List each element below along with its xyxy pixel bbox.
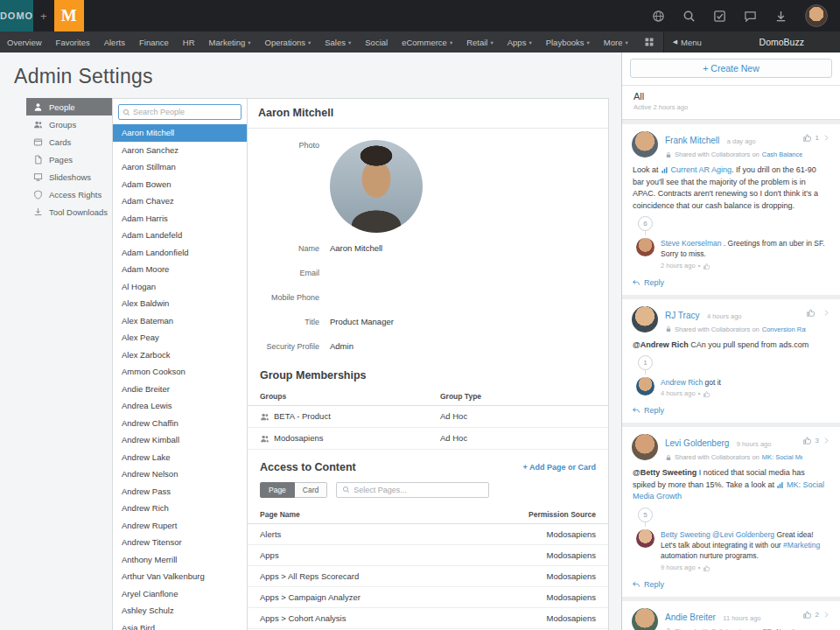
avatar[interactable] (632, 608, 658, 630)
nav-item[interactable]: Sales ▾ (318, 32, 358, 52)
page-name[interactable]: Apps > Cohort Analysis (248, 607, 455, 628)
shared-card-link[interactable]: MK: Social Media Growth (762, 453, 802, 461)
reply-button[interactable]: Reply (632, 278, 830, 287)
sidebar-item-cards[interactable]: Cards (26, 133, 112, 150)
person-list-item[interactable]: Adam Landonfield (113, 244, 247, 262)
person-list-item[interactable]: Al Hogan (113, 278, 247, 296)
person-list-item[interactable]: Alex Bateman (113, 312, 247, 330)
person-list-item[interactable]: Andie Breiter (113, 381, 247, 398)
avatar[interactable] (636, 529, 654, 548)
chevron-right-icon[interactable] (822, 134, 830, 142)
person-list-item[interactable]: Ashley Schulz (113, 602, 247, 620)
post-author-link[interactable]: Frank Mitchell (665, 136, 719, 145)
hashtag-link[interactable]: #Marketing (783, 541, 820, 550)
person-list-item[interactable]: Andrew Pass (113, 483, 247, 500)
person-list-item[interactable]: Aryel Cianflone (113, 585, 247, 603)
post-author-link[interactable]: Andie Breiter (665, 612, 716, 622)
select-pages-dropdown[interactable]: Select Pages... (336, 482, 489, 498)
person-list-item[interactable]: Andrea Lewis (113, 397, 247, 415)
person-list-item[interactable]: Arthur Van Valkenburg (113, 568, 247, 585)
sidebar-item-slideshows[interactable]: Slideshows (26, 168, 112, 186)
thumbs-up-icon[interactable] (703, 564, 710, 572)
avatar[interactable] (636, 238, 654, 256)
thumbs-up-icon[interactable] (802, 436, 812, 445)
avatar[interactable] (636, 377, 654, 396)
thumbs-up-icon[interactable] (802, 610, 812, 620)
person-list-item[interactable]: Andrew Rupert (113, 517, 247, 535)
sidebar-item-people[interactable]: People (26, 98, 112, 116)
toggle-card-button[interactable]: Card (295, 482, 327, 498)
shared-card-link[interactable]: Cash Balance (762, 150, 802, 158)
group-name[interactable]: Modosapiens (274, 433, 324, 443)
person-list-item[interactable]: Aaron Stillman (113, 158, 247, 176)
person-list-item[interactable]: Anthony Merrill (113, 551, 247, 569)
globe-icon[interactable] (652, 10, 665, 23)
sidebar-item-pages[interactable]: Pages (26, 150, 112, 168)
chevron-right-icon[interactable] (822, 437, 830, 444)
create-new-button[interactable]: + Create New (630, 59, 832, 78)
user-avatar[interactable] (805, 4, 828, 27)
nav-item[interactable]: Favorites (49, 32, 97, 52)
page-name[interactable]: Apps > Campaign Analyzer (248, 586, 455, 607)
sidebar-item-groups[interactable]: Groups (26, 116, 112, 133)
search-people-input[interactable] (133, 108, 237, 116)
avatar[interactable] (632, 306, 658, 332)
nav-item[interactable]: Apps ▾ (500, 32, 539, 52)
page-name[interactable]: Apps > All Reps Scorecard (248, 565, 455, 586)
domo-logo[interactable]: DOMO (0, 0, 33, 32)
person-list-item[interactable]: Adam Bowen (113, 176, 247, 193)
nav-item[interactable]: Playbooks ▾ (539, 32, 597, 52)
nav-item[interactable]: Overview (0, 32, 49, 52)
person-list-item[interactable]: Adam Moore (113, 261, 247, 278)
person-list-item[interactable]: Alex Zarbock (113, 346, 247, 364)
mention-link[interactable]: @Levi Goldenberg (712, 530, 774, 539)
person-list-item[interactable]: Adam Chavez (113, 192, 247, 210)
group-name[interactable]: BETA - Product (274, 411, 331, 421)
nav-item[interactable]: Finance (132, 32, 176, 52)
thumbs-up-icon[interactable] (802, 133, 812, 143)
shared-card-link[interactable]: Conversion Rate (Last 30 (762, 326, 806, 333)
sidebar-item-tool-downloads[interactable]: Tool Downloads (26, 203, 112, 220)
search-icon[interactable] (682, 10, 696, 23)
nav-item[interactable]: Alerts (97, 32, 132, 52)
nav-item[interactable]: Social (358, 32, 395, 52)
page-name[interactable]: Apps (248, 544, 455, 565)
post-author-link[interactable]: RJ Tracy (665, 311, 699, 320)
nav-item[interactable]: Marketing ▾ (202, 32, 258, 52)
person-list-item[interactable]: Andrew Lake (113, 449, 247, 466)
reply-button[interactable]: Reply (632, 406, 830, 415)
nav-item[interactable]: Retail ▾ (459, 32, 500, 52)
person-list-item[interactable]: Ammon Cookson (113, 363, 247, 381)
reply-button[interactable]: Reply (632, 580, 830, 589)
comment-author-link[interactable]: Steve Koerselman (661, 239, 721, 248)
comment-count-bubble[interactable]: 6 (638, 216, 653, 231)
card-link[interactable]: Current AR Aging (661, 165, 732, 174)
person-list-item[interactable]: Asia Bird (113, 620, 247, 630)
post-author-link[interactable]: Levi Goldenberg (665, 438, 729, 448)
comment-author-link[interactable]: Andrew Rich (661, 378, 703, 387)
person-list-item[interactable]: Andrew Rich (113, 500, 247, 517)
apps-grid-icon[interactable] (635, 37, 663, 47)
page-name[interactable]: Alerts (248, 523, 455, 544)
company-logo[interactable]: M (54, 0, 84, 32)
person-list-item[interactable]: Alex Baldwin (113, 295, 247, 312)
tasks-icon[interactable] (713, 10, 726, 23)
comment-count-bubble[interactable]: 5 (638, 508, 653, 522)
shared-card-link[interactable]: QR: Abandoned Cart Value (762, 627, 802, 630)
person-list-item[interactable]: Aaron Mitchell (113, 124, 247, 142)
mention-link[interactable]: @Andrew Rich (633, 340, 689, 349)
person-list-item[interactable]: Alex Peay (113, 329, 247, 346)
person-list-item[interactable]: Andrew Titensor (113, 534, 247, 551)
person-list-item[interactable]: Andrew Nelson (113, 466, 247, 483)
thumbs-up-icon[interactable] (703, 390, 710, 398)
toggle-page-button[interactable]: Page (260, 482, 295, 498)
filter-all[interactable]: All (634, 91, 829, 102)
avatar[interactable] (632, 434, 658, 460)
thumbs-up-icon[interactable] (703, 262, 710, 270)
nav-item[interactable]: More ▾ (597, 32, 635, 52)
menu-back-button[interactable]: ◀ Menu (673, 38, 702, 47)
person-list-item[interactable]: Andrew Kimball (113, 431, 247, 449)
person-list-item[interactable]: Adam Harris (113, 210, 247, 228)
chevron-right-icon[interactable] (822, 309, 830, 317)
chat-icon[interactable] (744, 10, 757, 23)
